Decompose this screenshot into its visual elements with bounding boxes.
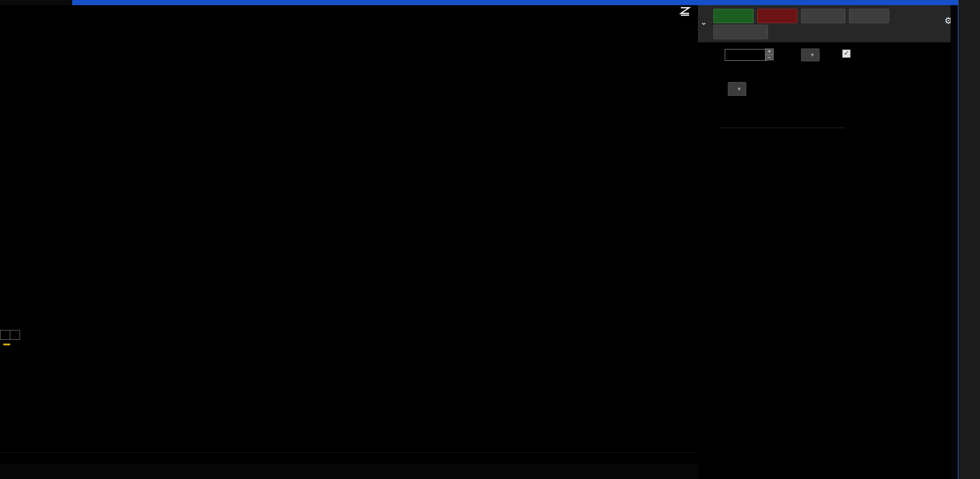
template-dropdown-arrow-icon: ▼ xyxy=(737,86,742,92)
ladder-icon-strip xyxy=(951,5,958,479)
window-title-strip xyxy=(0,0,980,5)
tif-dropdown-arrow-icon: ▼ xyxy=(810,52,815,58)
title-strip-widget xyxy=(0,0,72,5)
qty-stepper[interactable]: + − xyxy=(765,48,774,60)
lower-study-value xyxy=(10,330,20,340)
delta-value-badge xyxy=(3,343,10,345)
time-axis[interactable] xyxy=(0,452,698,464)
lower-study-header xyxy=(0,330,698,340)
lower-study-name xyxy=(0,330,10,340)
auto-send-checkbox[interactable]: ✓ xyxy=(842,49,851,58)
buy-mkt-button[interactable] xyxy=(713,9,754,23)
trading-platform-window: ⌄ ⚙ + − ▼ ✓ ▼ xyxy=(0,0,980,479)
sidebar-tab-strip xyxy=(958,0,980,479)
chart-header-row xyxy=(0,5,698,18)
qty-increment-icon[interactable]: + xyxy=(765,48,774,55)
template-menu[interactable] xyxy=(721,127,845,128)
price-ladder[interactable] xyxy=(700,155,954,479)
qty-decrement-icon[interactable]: − xyxy=(765,55,774,61)
active-trader-panel: ⌄ ⚙ + − ▼ ✓ ▼ xyxy=(698,5,958,479)
template-dropdown[interactable]: ▼ xyxy=(728,82,746,96)
flatten-now-button[interactable] xyxy=(713,25,768,39)
order-button-band: ⌄ ⚙ xyxy=(698,5,958,42)
price-axis[interactable] xyxy=(646,17,698,330)
cancel-button[interactable] xyxy=(801,9,845,23)
panel-collapse-chevron-icon[interactable]: ⌄ xyxy=(700,18,707,27)
delta-axis[interactable] xyxy=(646,340,698,452)
tif-dropdown[interactable]: ▼ xyxy=(801,48,820,61)
sell-mkt-button[interactable] xyxy=(757,9,797,23)
chart-style-icon[interactable] xyxy=(678,6,692,16)
chart-bottom-toolbar xyxy=(0,464,698,479)
qty-input[interactable] xyxy=(725,49,767,61)
flatten-button[interactable] xyxy=(849,9,889,23)
